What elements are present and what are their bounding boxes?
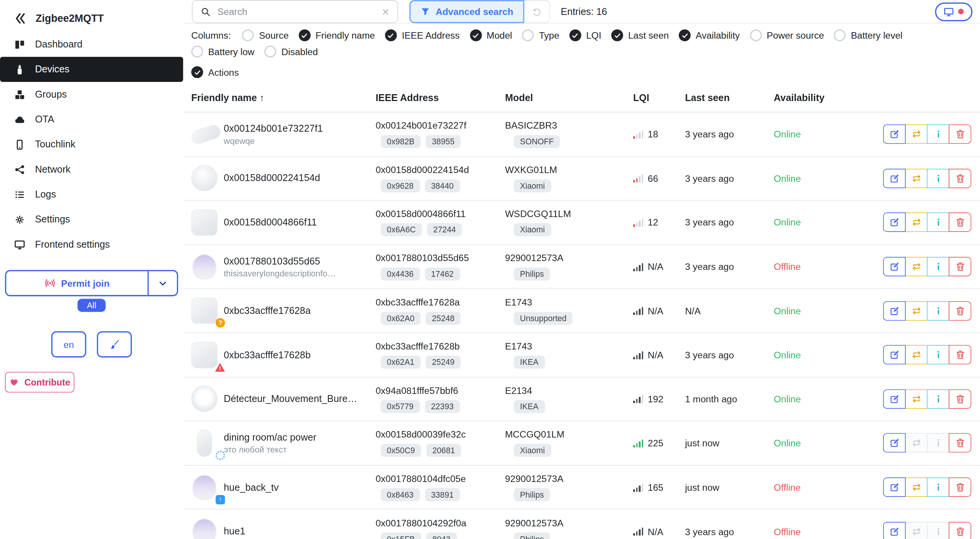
reconfigure-device-button[interactable] — [905, 389, 928, 409]
device-image[interactable] — [191, 428, 224, 458]
sidebar-item-logs[interactable]: Logs — [0, 182, 183, 207]
edit-device-button[interactable] — [883, 257, 906, 276]
device-image[interactable]: ↑ — [191, 472, 224, 502]
model-id[interactable]: 9290012573A — [505, 253, 633, 263]
edit-device-button[interactable] — [883, 345, 906, 365]
device-friendly-name[interactable]: hue1 — [224, 526, 245, 537]
device-friendly-name[interactable]: 0x00158d000224154d — [224, 173, 320, 184]
reconfigure-device-button[interactable] — [905, 301, 928, 320]
column-toggle-battery-low[interactable]: Battery low — [191, 46, 255, 57]
device-friendly-name[interactable]: hue_back_tv — [224, 482, 279, 493]
edit-device-button[interactable] — [883, 213, 906, 232]
sidebar-item-settings[interactable]: Settings — [0, 207, 183, 232]
clear-search-button[interactable] — [374, 1, 397, 23]
column-toggle-power-source[interactable]: Power source — [750, 29, 824, 41]
device-info-button[interactable] — [927, 257, 949, 276]
reconfigure-device-button[interactable] — [905, 257, 928, 276]
device-info-button[interactable] — [927, 389, 949, 409]
device-info-button[interactable] — [927, 169, 949, 188]
device-image[interactable]: ! — [191, 340, 224, 370]
device-friendly-name[interactable]: dining room/ac power — [224, 432, 316, 443]
model-id[interactable]: 9290012573A — [505, 517, 633, 528]
device-info-button[interactable] — [927, 522, 949, 539]
edit-device-button[interactable] — [883, 522, 906, 539]
model-id[interactable]: MCCGQ01LM — [505, 429, 633, 440]
edit-device-button[interactable] — [883, 477, 906, 497]
reconfigure-device-button[interactable] — [905, 433, 928, 453]
reconfigure-device-button[interactable] — [905, 477, 928, 497]
model-id[interactable]: 9290012573A — [505, 473, 633, 484]
header-availability[interactable]: Availability — [774, 92, 864, 103]
column-toggle-type[interactable]: Type — [522, 29, 559, 41]
sidebar-item-touchlink[interactable]: Touchlink — [0, 132, 183, 157]
reconfigure-device-button[interactable] — [905, 345, 928, 365]
device-info-button[interactable] — [927, 477, 949, 497]
remove-device-button[interactable] — [949, 345, 971, 365]
permit-join-dropdown-button[interactable] — [148, 270, 178, 296]
device-friendly-name[interactable]: Détecteur_Mouvement_Bure… — [224, 394, 357, 405]
remove-device-button[interactable] — [949, 389, 971, 409]
language-button[interactable]: en — [51, 331, 86, 358]
edit-device-button[interactable] — [883, 389, 906, 409]
theme-brush-button[interactable] — [97, 331, 132, 358]
advanced-search-button[interactable]: Advanced search — [409, 0, 524, 23]
model-id[interactable]: WSDCGQ11LM — [505, 208, 633, 219]
remove-device-button[interactable] — [949, 169, 971, 188]
reconfigure-device-button[interactable] — [905, 522, 928, 539]
reconfigure-device-button[interactable] — [905, 124, 928, 144]
device-image[interactable] — [191, 252, 224, 281]
sidebar-item-network[interactable]: Network — [0, 157, 183, 182]
device-image[interactable] — [191, 516, 224, 539]
column-toggle-battery-level[interactable]: Battery level — [834, 29, 903, 41]
device-image[interactable] — [191, 163, 224, 193]
remove-device-button[interactable] — [949, 301, 971, 320]
device-info-button[interactable] — [927, 124, 949, 144]
device-info-button[interactable] — [927, 345, 949, 365]
collapse-sidebar-icon[interactable] — [15, 13, 26, 24]
column-toggle-last-seen[interactable]: Last seen — [611, 29, 669, 41]
column-toggle-actions[interactable]: Actions — [191, 66, 239, 78]
model-id[interactable]: E2134 — [505, 385, 633, 395]
device-friendly-name[interactable]: 0xbc33acfffe17628b — [224, 349, 310, 360]
column-toggle-disabled[interactable]: Disabled — [265, 46, 318, 57]
remove-device-button[interactable] — [949, 433, 971, 453]
device-friendly-name[interactable]: 0x00124b001e73227f1 — [224, 123, 323, 134]
device-friendly-name[interactable]: 0x0017880103d55d65 — [224, 255, 336, 266]
remove-device-button[interactable] — [949, 477, 971, 497]
reset-filters-button[interactable] — [524, 0, 550, 23]
column-toggle-ieee-address[interactable]: IEEE Address — [385, 29, 460, 41]
display-theme-button[interactable] — [935, 2, 972, 21]
edit-device-button[interactable] — [883, 301, 906, 320]
search-input[interactable] — [216, 6, 374, 18]
device-friendly-name[interactable]: 0xbc33acfffe17628a — [224, 305, 310, 316]
reconfigure-device-button[interactable] — [905, 213, 928, 232]
column-toggle-availability[interactable]: Availability — [679, 29, 740, 41]
edit-device-button[interactable] — [883, 124, 906, 144]
sidebar-item-groups[interactable]: Groups — [0, 82, 183, 107]
sidebar-item-devices[interactable]: Devices — [0, 57, 183, 82]
device-image[interactable] — [191, 384, 224, 414]
device-info-button[interactable] — [927, 213, 949, 232]
model-id[interactable]: WXKG01LM — [505, 164, 633, 175]
model-id[interactable]: E1743 — [505, 297, 633, 307]
permit-join-button[interactable]: Permit join — [5, 270, 148, 296]
column-toggle-lqi[interactable]: LQI — [569, 29, 601, 41]
column-toggle-source[interactable]: Source — [242, 29, 289, 41]
column-toggle-friendly-name[interactable]: Friendly name — [299, 29, 375, 41]
reconfigure-device-button[interactable] — [905, 169, 928, 188]
remove-device-button[interactable] — [949, 257, 971, 276]
sidebar-item-ota[interactable]: OTA — [0, 107, 183, 132]
device-info-button[interactable] — [927, 433, 949, 453]
device-image[interactable]: ? — [191, 296, 224, 326]
header-last-seen[interactable]: Last seen — [685, 92, 774, 103]
edit-device-button[interactable] — [883, 433, 906, 453]
header-ieee-address[interactable]: IEEE Address — [376, 92, 505, 103]
contribute-button[interactable]: Contribute — [5, 372, 75, 392]
device-image[interactable] — [191, 207, 224, 237]
remove-device-button[interactable] — [949, 522, 971, 539]
device-image[interactable] — [191, 119, 224, 149]
header-lqi[interactable]: LQI — [633, 92, 685, 103]
model-id[interactable]: BASICZBR3 — [505, 120, 633, 131]
model-id[interactable]: E1743 — [505, 341, 633, 351]
header-model[interactable]: Model — [505, 92, 633, 103]
